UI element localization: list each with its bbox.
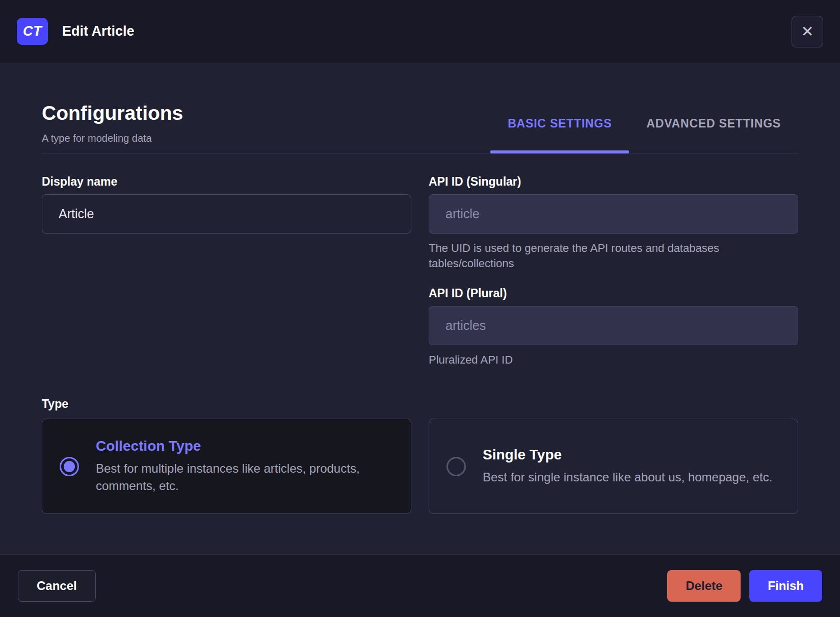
api-id-plural-input [429, 306, 798, 345]
tab-basic-settings[interactable]: BASIC SETTINGS [490, 117, 629, 153]
footer-actions: Delete Finish [667, 570, 822, 602]
modal-header: CT Edit Article ✕ [0, 0, 840, 63]
display-name-input[interactable] [42, 194, 411, 234]
form-column-right: API ID (Singular) The UID is used to gen… [429, 175, 798, 368]
tab-advanced-settings[interactable]: ADVANCED SETTINGS [629, 117, 798, 153]
single-type-title: Single Type [483, 447, 772, 463]
api-id-plural-label: API ID (Plural) [429, 287, 798, 300]
configurations-heading-block: Configurations A type for modeling data [42, 102, 183, 153]
single-type-text: Single Type Best for single instance lik… [483, 447, 772, 486]
configuration-form: Display name API ID (Singular) The UID i… [42, 175, 798, 368]
display-name-field: Display name [42, 175, 411, 234]
api-id-plural-field: API ID (Plural) Pluralized API ID [429, 287, 798, 368]
settings-tabs: BASIC SETTINGS ADVANCED SETTINGS [490, 117, 798, 153]
modal-footer: Cancel Delete Finish [0, 554, 840, 617]
api-id-singular-input [429, 194, 798, 234]
modal-body: Configurations A type for modeling data … [0, 63, 840, 554]
configurations-header: Configurations A type for modeling data … [42, 63, 798, 153]
display-name-label: Display name [42, 175, 411, 188]
close-button[interactable]: ✕ [792, 16, 823, 47]
close-icon: ✕ [801, 24, 813, 39]
api-id-singular-field: API ID (Singular) The UID is used to gen… [429, 175, 798, 271]
page-title: Configurations [42, 102, 183, 124]
api-id-plural-hint: Pluralized API ID [429, 352, 765, 368]
type-section: Type Collection Type Best for multiple i… [42, 397, 798, 514]
api-id-singular-label: API ID (Singular) [429, 175, 798, 188]
type-label: Type [42, 397, 798, 410]
collection-type-radio[interactable] [60, 457, 79, 476]
single-type-card[interactable]: Single Type Best for single instance lik… [429, 419, 798, 514]
edit-article-modal: CT Edit Article ✕ Configurations A type … [0, 0, 840, 617]
modal-title: Edit Article [62, 23, 135, 39]
page-subtitle: A type for modeling data [42, 131, 183, 146]
collection-type-title: Collection Type [96, 438, 393, 454]
api-id-singular-hint: The UID is used to generate the API rout… [429, 241, 765, 271]
delete-button[interactable]: Delete [667, 570, 741, 602]
cancel-button[interactable]: Cancel [18, 570, 96, 602]
content-type-badge-icon: CT [17, 18, 48, 45]
finish-button[interactable]: Finish [749, 570, 822, 602]
type-options: Collection Type Best for multiple instan… [42, 419, 798, 514]
collection-type-card[interactable]: Collection Type Best for multiple instan… [42, 419, 411, 514]
single-type-description: Best for single instance like about us, … [483, 469, 772, 486]
collection-type-text: Collection Type Best for multiple instan… [96, 438, 393, 495]
single-type-radio[interactable] [447, 457, 466, 476]
collection-type-description: Best for multiple instances like article… [96, 460, 393, 495]
form-column-left: Display name [42, 175, 411, 368]
